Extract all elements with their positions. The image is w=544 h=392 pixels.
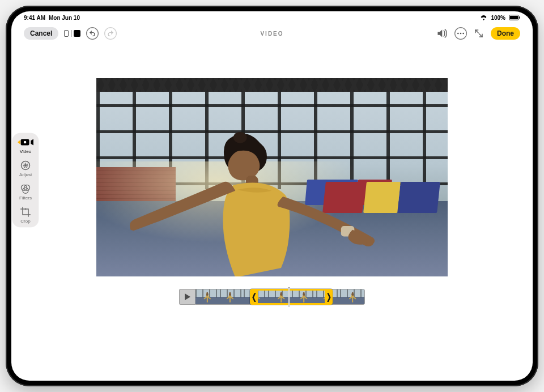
svg-point-16 xyxy=(233,132,247,143)
video-subject xyxy=(96,78,448,276)
trim-handle-end[interactable] xyxy=(325,291,333,303)
thumbnail-strip xyxy=(196,289,364,304)
ipad-device-frame: 9:41 AM Mon Jun 10 100% Cancel xyxy=(6,6,538,386)
screen: 9:41 AM Mon Jun 10 100% Cancel xyxy=(11,11,533,381)
play-button[interactable] xyxy=(179,289,195,305)
frame-viewer[interactable] xyxy=(195,289,365,305)
timeline xyxy=(179,289,365,305)
svg-marker-19 xyxy=(185,293,190,300)
content-area xyxy=(11,11,533,381)
video-preview[interactable] xyxy=(96,78,448,276)
playhead[interactable] xyxy=(288,288,290,306)
trim-handle-start[interactable] xyxy=(250,291,258,303)
